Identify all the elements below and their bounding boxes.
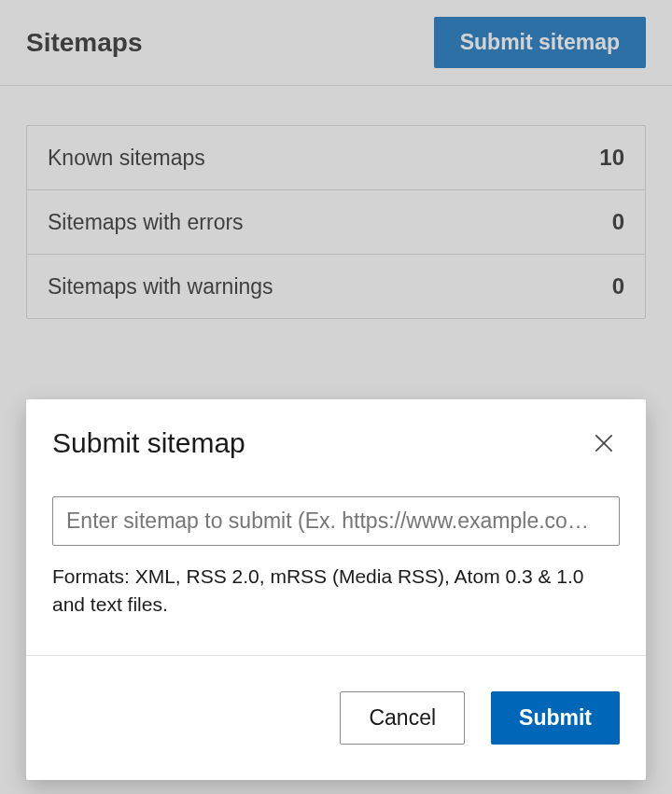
modal-title: Submit sitemap — [52, 427, 245, 459]
modal-body: Formats: XML, RSS 2.0, mRSS (Media RSS),… — [26, 478, 646, 655]
modal-overlay[interactable]: Submit sitemap Formats: XML, RSS 2.0, mR… — [0, 0, 672, 794]
close-icon — [592, 431, 616, 455]
cancel-button[interactable]: Cancel — [340, 691, 465, 745]
sitemap-url-input[interactable] — [52, 496, 620, 546]
submit-sitemap-modal: Submit sitemap Formats: XML, RSS 2.0, mR… — [26, 399, 646, 780]
close-button[interactable] — [588, 427, 620, 459]
modal-footer: Cancel Submit — [26, 655, 646, 780]
formats-help-text: Formats: XML, RSS 2.0, mRSS (Media RSS),… — [52, 563, 620, 618]
modal-header: Submit sitemap — [26, 399, 646, 478]
submit-button[interactable]: Submit — [491, 691, 620, 745]
